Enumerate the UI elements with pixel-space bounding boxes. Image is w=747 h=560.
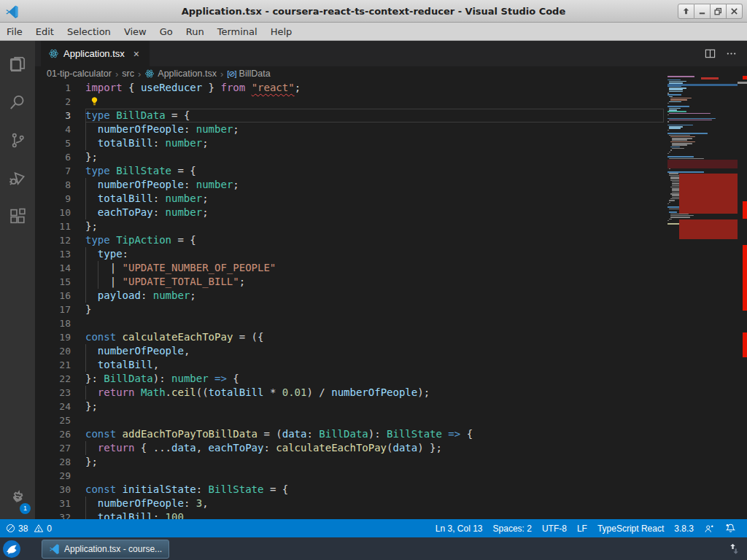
line-content[interactable]: return Math.ceil((totalBill * 0.01) / nu…: [85, 386, 664, 400]
tab-label: Application.tsx: [63, 48, 125, 59]
menu-item-run[interactable]: Run: [179, 26, 211, 37]
line-content[interactable]: return { ...data, eachToPay: calculateEa…: [85, 441, 664, 455]
feedback-icon[interactable]: [699, 524, 720, 534]
close-button[interactable]: [727, 4, 743, 19]
code-token: [116, 483, 122, 495]
split-editor-icon[interactable]: [705, 48, 716, 59]
problems-indicator[interactable]: 38 0: [6, 524, 53, 534]
line-content[interactable]: totalBill,: [85, 358, 664, 372]
code-token: ,: [196, 442, 209, 454]
line-content[interactable]: const addEachToPayToBillData = (data: Bi…: [85, 427, 664, 441]
line-content[interactable]: type BillState = {: [85, 164, 664, 178]
menu-item-terminal[interactable]: Terminal: [211, 26, 264, 37]
breadcrumb-item-application-tsx[interactable]: Application.tsx: [144, 69, 217, 79]
network-up-down-icon[interactable]: [728, 542, 741, 556]
search-icon[interactable]: [0, 85, 35, 120]
indentation[interactable]: Spaces: 2: [488, 524, 537, 534]
line-content[interactable]: const calculateEachToPay = ({: [85, 330, 664, 344]
line-content[interactable]: payload: number;: [85, 289, 664, 303]
breadcrumb-item-src[interactable]: src: [122, 69, 134, 79]
line-content[interactable]: };: [85, 455, 664, 469]
line-content[interactable]: }: [85, 303, 664, 316]
menu-item-view[interactable]: View: [117, 26, 153, 37]
code-token: {: [227, 373, 239, 384]
line-content[interactable]: | "UPDATE_NUMBER_OF_PEOPLE": [85, 261, 664, 275]
tab-application-tsx[interactable]: Application.tsx ×: [41, 41, 150, 66]
more-actions-icon[interactable]: [726, 48, 737, 59]
code-token: = {: [171, 165, 196, 176]
breadcrumb-item-01-tip-calculator[interactable]: 01-tip-calculator: [47, 69, 112, 79]
line-content[interactable]: totalBill: number;: [85, 136, 664, 150]
code-editor[interactable]: 1import { useReducer } from "react";23ty…: [35, 81, 664, 519]
line-content[interactable]: [85, 95, 664, 109]
code-token: [209, 373, 214, 384]
menu-item-selection[interactable]: Selection: [61, 26, 117, 37]
minimap-line: [670, 141, 695, 143]
line-content[interactable]: type BillData = {: [85, 109, 664, 122]
line-content[interactable]: import { useReducer } from "react";: [85, 81, 664, 95]
start-menu-button[interactable]: [2, 540, 21, 559]
line-number: 11: [35, 219, 85, 233]
notifications-bell-icon[interactable]: [720, 523, 741, 534]
minimap-line: [670, 149, 672, 151]
code-token: [85, 248, 98, 260]
menu-item-help[interactable]: Help: [264, 26, 299, 37]
eol[interactable]: LF: [572, 524, 592, 534]
line-content[interactable]: const initialState: BillState = {: [85, 483, 664, 497]
language-mode[interactable]: TypeScript React: [592, 524, 669, 534]
code-token: [116, 331, 122, 343]
manage-gear-icon[interactable]: 1: [0, 481, 35, 516]
source-control-icon[interactable]: [0, 122, 35, 158]
minimap-line: [667, 220, 669, 222]
minimap[interactable]: [667, 76, 738, 519]
minimap-line: [669, 126, 683, 128]
line-content[interactable]: };: [85, 219, 664, 233]
typescript-version[interactable]: 3.8.3: [669, 524, 699, 534]
explorer-icon[interactable]: [0, 47, 35, 82]
minimize-button[interactable]: [694, 4, 711, 19]
line-content[interactable]: numberOfPeople,: [85, 344, 664, 358]
line-content[interactable]: };: [85, 150, 664, 164]
settings-badge: 1: [20, 503, 31, 514]
line-number: 4: [35, 122, 85, 136]
line-content[interactable]: };: [85, 400, 664, 413]
minimap-line: [669, 91, 683, 93]
menu-item-go[interactable]: Go: [153, 26, 179, 37]
line-content[interactable]: numberOfPeople: number;: [85, 122, 664, 136]
line-content[interactable]: [85, 413, 664, 427]
restore-button[interactable]: [711, 4, 727, 19]
breadcrumb-label: Application.tsx: [158, 69, 217, 79]
minimap-line: [669, 109, 677, 111]
line-content[interactable]: numberOfPeople: number;: [85, 178, 664, 192]
code-token: "react": [252, 82, 295, 93]
line-content[interactable]: type:: [85, 247, 664, 261]
line-content[interactable]: numberOfPeople: 3,: [85, 497, 664, 510]
line-content[interactable]: totalBill: number;: [85, 192, 664, 206]
taskbar-window-button[interactable]: Application.tsx - course...: [42, 540, 169, 559]
overview-ruler-mark: [743, 245, 747, 311]
code-line: 30const initialState: BillState = {: [35, 483, 664, 497]
code-token: [110, 234, 116, 246]
line-number: 10: [35, 206, 85, 219]
vscode-logo-icon: [5, 4, 19, 18]
code-token: 0.01: [282, 386, 307, 398]
line-content[interactable]: }: BillData): number => {: [85, 372, 664, 386]
line-content[interactable]: type TipAction = {: [85, 233, 664, 247]
line-content[interactable]: eachToPay: number;: [85, 206, 664, 219]
line-content[interactable]: [85, 469, 664, 483]
shade-button[interactable]: [678, 4, 694, 19]
line-content[interactable]: totalBill: 100,: [85, 510, 664, 519]
run-and-debug-icon[interactable]: [0, 160, 35, 195]
menu-item-edit[interactable]: Edit: [29, 26, 61, 37]
menu-item-file[interactable]: File: [0, 26, 29, 37]
breadcrumb-item-billdata[interactable]: [⊘]BillData: [227, 69, 270, 79]
extensions-icon[interactable]: [0, 198, 35, 233]
line-content[interactable]: | "UPDATE_TOTAL_BILL";: [85, 275, 664, 289]
line-content[interactable]: [85, 316, 664, 330]
code-token: :: [306, 428, 319, 440]
encoding[interactable]: UTF-8: [537, 524, 572, 534]
cursor-position[interactable]: Ln 3, Col 13: [430, 524, 488, 534]
code-token: [85, 442, 98, 454]
tab-close-icon[interactable]: ×: [131, 48, 142, 60]
overview-ruler[interactable]: [738, 76, 747, 519]
